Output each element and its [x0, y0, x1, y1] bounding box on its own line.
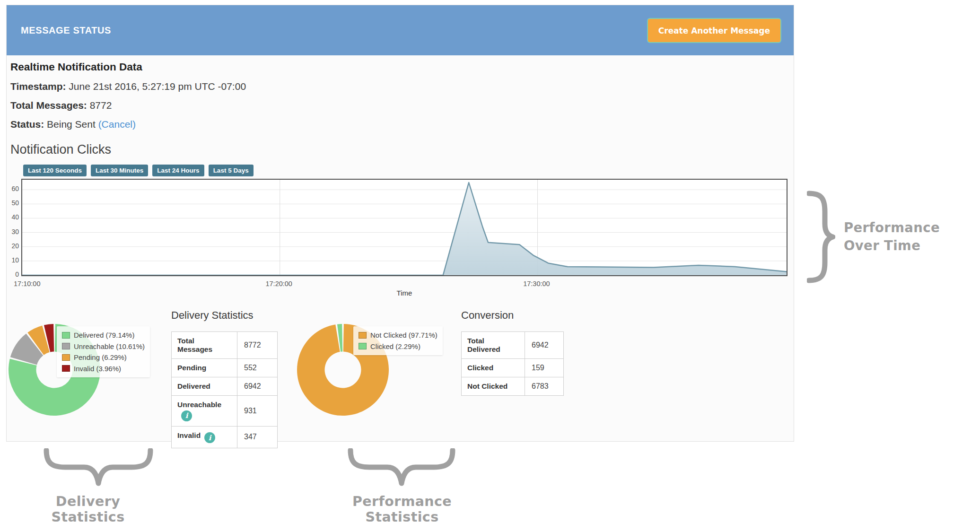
legend-item-unreachable[interactable]: Unreachable (10.61%) [62, 341, 145, 352]
delivery-statistics-title: Delivery Statistics [171, 309, 254, 322]
cancel-link[interactable]: (Cancel) [98, 119, 136, 130]
table-row-invalid: Invalidi347 [172, 426, 278, 448]
legend-label: Delivered (79.14%) [74, 331, 134, 339]
legend-swatch [359, 332, 367, 339]
range-button-last-24-hours[interactable]: Last 24 Hours [152, 165, 204, 176]
total-messages-value: 8772 [90, 100, 112, 111]
legend-item-not-clicked[interactable]: Not Clicked (97.71%) [359, 330, 438, 341]
row-label: Total Messages [172, 332, 237, 359]
delivery-donut-legend: Delivered (79.14%)Unreachable (10.61%)Pe… [57, 326, 150, 377]
table-row-total-messages: Total Messages8772 [172, 332, 278, 359]
legend-swatch [62, 354, 70, 361]
x-axis-tick: 17:30:00 [523, 280, 550, 288]
legend-label: Unreachable (10.61%) [74, 342, 145, 350]
timestamp-label: Timestamp: [10, 81, 66, 92]
area-series-fill [22, 183, 787, 275]
conversion-title: Conversion [461, 309, 514, 322]
total-messages-line: Total Messages: 8772 [10, 100, 112, 111]
performance-statistics-annotation: Performance Statistics [317, 494, 487, 523]
timestamp-value: June 21st 2016, 5:27:19 pm UTC -07:00 [69, 81, 246, 92]
row-label: Delivered [172, 377, 237, 396]
y-axis-tick: 20 [7, 242, 19, 250]
status-value: Being Sent [47, 119, 96, 130]
create-another-message-button[interactable]: Create Another Message [647, 18, 781, 43]
delivery-statistics-annotation: Delivery Statistics [19, 494, 157, 523]
legend-item-delivered[interactable]: Delivered (79.14%) [62, 330, 145, 341]
legend-swatch [62, 343, 70, 349]
row-label: Total Delivered [462, 332, 525, 359]
right-brace [807, 191, 835, 283]
row-label: Invalidi [172, 426, 237, 448]
row-value: 931 [237, 396, 278, 427]
row-label: Clicked [462, 359, 525, 377]
status-label: Status: [10, 119, 44, 130]
y-axis-tick: 50 [7, 199, 19, 207]
message-status-card: MESSAGE STATUS Create Another Message Re… [6, 5, 794, 442]
row-value: 552 [237, 359, 278, 377]
table-row-delivered: Delivered6942 [172, 377, 278, 396]
time-range-buttons: Last 120 SecondsLast 30 MinutesLast 24 H… [23, 165, 254, 176]
realtime-data-heading: Realtime Notification Data [10, 61, 142, 73]
x-axis-title: Time [397, 289, 412, 297]
total-messages-label: Total Messages: [10, 100, 87, 111]
legend-item-clicked[interactable]: Clicked (2.29%) [359, 341, 438, 352]
legend-label: Clicked (2.29%) [370, 342, 420, 350]
legend-swatch [62, 332, 70, 339]
row-label: Pending [172, 359, 237, 377]
row-label: Unreachablei [172, 396, 237, 427]
clicks-donut-legend: Not Clicked (97.71%)Clicked (2.29%) [353, 326, 443, 355]
table-row-pending: Pending552 [172, 359, 278, 377]
y-axis-tick: 60 [7, 185, 19, 192]
legend-swatch [359, 343, 367, 349]
notification-clicks-title: Notification Clicks [10, 142, 111, 157]
performance-statistics-brace [348, 448, 455, 487]
legend-label: Not Clicked (97.71%) [370, 331, 438, 339]
status-line: Status: Being Sent (Cancel) [10, 119, 136, 130]
range-button-last-5-days[interactable]: Last 5 Days [209, 165, 254, 176]
area-series-line [22, 183, 787, 275]
y-axis-tick: 10 [7, 256, 19, 264]
row-value: 159 [525, 359, 564, 377]
performance-over-time-label: Performance Over Time [844, 218, 976, 254]
timestamp-line: Timestamp: June 21st 2016, 5:27:19 pm UT… [10, 81, 246, 92]
page: MESSAGE STATUS Create Another Message Re… [0, 0, 980, 523]
card-header: MESSAGE STATUS Create Another Message [7, 5, 794, 55]
row-label: Not Clicked [462, 377, 525, 396]
page-title: MESSAGE STATUS [21, 5, 111, 55]
row-value: 6783 [525, 377, 564, 396]
table-row-total-delivered: Total Delivered6942 [462, 332, 564, 359]
y-axis-tick: 30 [7, 228, 19, 235]
delivery-statistics-brace [44, 448, 153, 487]
range-button-last-30-minutes[interactable]: Last 30 Minutes [91, 165, 148, 176]
table-row-clicked: Clicked159 [462, 359, 564, 377]
legend-item-invalid[interactable]: Invalid (3.96%) [62, 363, 145, 375]
legend-label: Invalid (3.96%) [74, 365, 121, 373]
table-row-not-clicked: Not Clicked6783 [462, 377, 564, 396]
y-axis-tick: 0 [7, 270, 19, 278]
notification-clicks-chart[interactable] [21, 179, 788, 276]
row-value: 347 [237, 426, 278, 448]
legend-label: Pending (6.29%) [74, 353, 127, 361]
range-button-last-120-seconds[interactable]: Last 120 Seconds [23, 165, 87, 176]
row-value: 8772 [237, 332, 278, 359]
y-axis-tick: 40 [7, 213, 19, 221]
table-row-unreachable: Unreachablei931 [172, 396, 278, 427]
legend-swatch [62, 365, 70, 372]
row-value: 6942 [237, 377, 278, 396]
row-value: 6942 [525, 332, 564, 359]
conversion-table: Total Delivered6942Clicked159Not Clicked… [461, 331, 564, 396]
info-icon[interactable]: i [181, 410, 192, 421]
x-axis-tick: 17:20:00 [265, 280, 292, 288]
x-axis-tick: 17:10:00 [14, 280, 40, 288]
info-icon[interactable]: i [204, 432, 215, 443]
delivery-statistics-table: Total Messages8772Pending552Delivered694… [171, 331, 278, 448]
legend-item-pending[interactable]: Pending (6.29%) [62, 352, 145, 363]
